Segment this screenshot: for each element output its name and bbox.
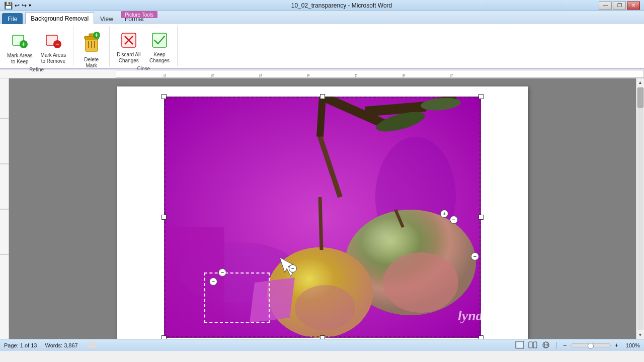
zoom-slider[interactable] — [571, 343, 611, 347]
zoom-in-button[interactable]: + — [615, 342, 618, 349]
quick-access-more[interactable]: ▾ — [29, 3, 31, 8]
picture-tools-label: Picture Tools — [121, 11, 157, 18]
tab-file[interactable]: File — [2, 13, 23, 24]
discard-icon — [120, 31, 138, 51]
title-bar: 💾 ↩ ↪ ▾ 10_02_transparency - Microsoft W… — [0, 0, 644, 11]
scroll-down-arrow[interactable]: ▼ — [638, 331, 642, 339]
svg-text:6: 6 — [403, 73, 406, 77]
ribbon-group-delete: + Delete Mark — [73, 26, 110, 66]
window-title: 10_02_transparency - Microsoft Word — [85, 2, 599, 9]
svg-text:3: 3 — [260, 73, 262, 77]
scroll-up-arrow[interactable]: ▲ — [638, 78, 642, 86]
svg-point-61 — [295, 285, 355, 330]
handle-bl[interactable] — [162, 335, 167, 339]
refine-group-label: Refine — [29, 67, 44, 73]
svg-line-50 — [365, 107, 426, 112]
lynda-watermark: lynda.com — [458, 308, 518, 324]
svg-rect-69 — [517, 342, 523, 347]
status-bar: Page: 1 of 13 Words: 3,867 − + 100% — [0, 339, 644, 351]
delete-group-label — [91, 71, 92, 77]
scroll-track[interactable] — [637, 87, 643, 330]
discard-all-changes-button[interactable]: Discard All Changes — [114, 29, 143, 66]
svg-rect-33 — [0, 78, 9, 330]
language-flag — [88, 342, 96, 349]
svg-text:7: 7 — [451, 73, 453, 77]
quick-access-undo[interactable]: ↩ — [15, 2, 20, 9]
vertical-scrollbar[interactable]: ▲ ▼ — [636, 78, 644, 339]
handle-tl[interactable] — [162, 94, 167, 99]
words-info: Words: 3,867 — [45, 342, 77, 348]
zoom-out-button[interactable]: − — [563, 342, 567, 349]
mark-keep-label: Mark Areas to Keep — [7, 53, 33, 65]
svg-line-48 — [320, 97, 323, 137]
mark-keep-icon: + — [11, 31, 29, 52]
keep-changes-button[interactable]: Keep Changes — [145, 29, 173, 66]
main-area: 1 2 3 4 5 — [0, 78, 644, 339]
close-button[interactable]: ✕ — [627, 2, 640, 10]
minimize-button[interactable]: — — [599, 2, 612, 10]
delete-mark-label: Delete Mark — [84, 57, 99, 69]
remove-mark-5[interactable]: − — [289, 264, 297, 273]
fruit-image — [164, 97, 481, 338]
document-area: + − − − − − lynda.com — [9, 78, 636, 339]
ribbon-group-refine: + Mark Areas to Keep − Mark Areas to Rem… — [0, 26, 73, 66]
remove-mark-2[interactable]: − — [471, 252, 479, 260]
scroll-thumb[interactable] — [637, 87, 643, 108]
svg-text:+: + — [95, 32, 98, 39]
view-web-icon[interactable] — [541, 341, 550, 350]
handle-tc[interactable] — [320, 94, 325, 99]
svg-text:−: − — [55, 40, 59, 48]
view-normal-icon[interactable] — [515, 341, 524, 350]
svg-text:5: 5 — [355, 73, 358, 77]
remove-mark-3[interactable]: − — [218, 268, 226, 277]
mark-areas-to-keep-button[interactable]: + Mark Areas to Keep — [4, 29, 36, 67]
zoom-level: 100% — [622, 342, 640, 348]
svg-rect-18 — [116, 70, 643, 78]
discard-all-label: Discard All Changes — [117, 52, 140, 64]
maximize-button[interactable]: ❐ — [613, 2, 626, 10]
svg-text:+: + — [22, 40, 26, 48]
tab-view[interactable]: View — [95, 13, 119, 24]
tab-background-removal[interactable]: Background Removal — [25, 12, 94, 24]
ribbon-group-close: Discard All Changes Keep Changes Close — [110, 26, 178, 66]
svg-line-62 — [320, 197, 321, 250]
mark-areas-to-remove-button[interactable]: − Mark Areas to Remove — [38, 29, 69, 66]
svg-rect-71 — [533, 342, 537, 348]
keep-mark-1[interactable]: + — [440, 210, 448, 218]
keep-changes-icon — [150, 31, 169, 51]
keep-changes-label: Keep Changes — [149, 52, 170, 64]
page-info: Page: 1 of 13 — [4, 342, 37, 348]
handle-br[interactable] — [478, 335, 484, 339]
view-fullscreen-icon[interactable] — [528, 341, 537, 350]
svg-rect-67 — [88, 342, 96, 348]
image-container[interactable]: + − − − − − — [164, 97, 481, 338]
svg-point-57 — [383, 252, 458, 313]
document-page: + − − − − − lynda.com — [117, 86, 528, 339]
handle-ml[interactable] — [162, 215, 167, 220]
ribbon: + Mark Areas to Keep − Mark Areas to Rem… — [0, 24, 644, 69]
mark-remove-icon: − — [44, 31, 62, 51]
delete-mark-icon: + — [83, 31, 101, 56]
svg-text:1: 1 — [164, 73, 167, 77]
quick-access-redo[interactable]: ↪ — [22, 2, 27, 9]
mark-remove-label: Mark Areas to Remove — [41, 52, 66, 64]
svg-text:2: 2 — [212, 73, 214, 77]
svg-rect-70 — [529, 342, 532, 348]
svg-marker-64 — [250, 278, 295, 323]
svg-text:4: 4 — [307, 73, 310, 77]
vertical-ruler: 1 2 3 4 5 — [0, 78, 9, 339]
remove-mark-1[interactable]: − — [450, 216, 458, 224]
handle-mr[interactable] — [478, 215, 484, 220]
handle-bc[interactable] — [320, 335, 325, 339]
quick-access-save[interactable]: 💾 — [4, 2, 13, 10]
handle-tr[interactable] — [478, 94, 484, 99]
ribbon-tabs: Picture Tools File Background Removal Vi… — [0, 11, 644, 24]
delete-mark-button[interactable]: + Delete Mark — [77, 29, 105, 71]
remove-mark-4[interactable]: − — [209, 278, 217, 286]
